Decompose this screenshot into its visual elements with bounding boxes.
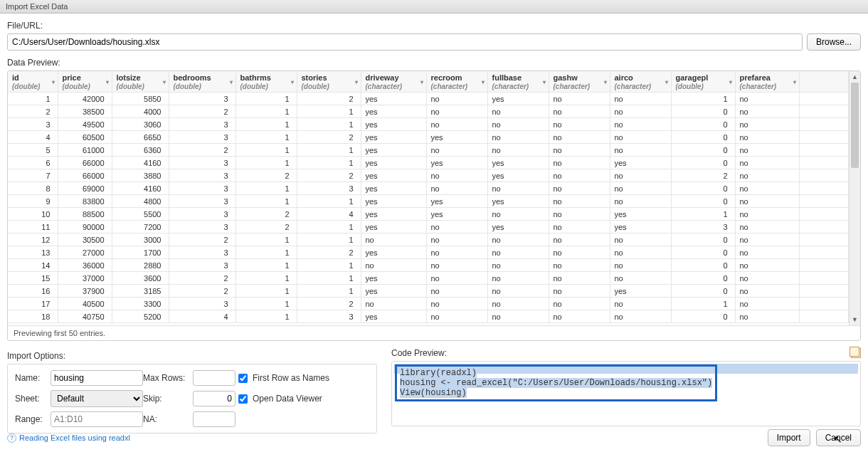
column-header-fullbase[interactable]: fullbase(character)▾ bbox=[487, 71, 549, 93]
import-button[interactable]: Import bbox=[768, 429, 810, 446]
table-cell: 0 bbox=[671, 246, 735, 259]
firstrow-checkbox[interactable] bbox=[238, 374, 248, 383]
scroll-up-arrow[interactable]: ▲ bbox=[850, 71, 860, 83]
table-cell: yes bbox=[361, 182, 426, 195]
table-cell-empty bbox=[799, 221, 849, 233]
table-cell: no bbox=[426, 272, 487, 285]
column-header-recroom[interactable]: recroom(character)▾ bbox=[426, 71, 487, 93]
column-header-bedrooms[interactable]: bedrooms(double)▾ bbox=[169, 71, 235, 93]
table-row[interactable]: 5610006360211yesnononono0no bbox=[8, 144, 849, 157]
table-cell: no bbox=[549, 169, 610, 182]
table-cell-empty bbox=[799, 285, 849, 298]
range-input[interactable] bbox=[51, 411, 143, 427]
chevron-down-icon[interactable]: ▾ bbox=[482, 78, 485, 85]
chevron-down-icon[interactable]: ▾ bbox=[543, 78, 546, 85]
table-row[interactable]: 8690004160313yesnononono0no bbox=[8, 182, 849, 195]
column-header-airco[interactable]: airco(character)▾ bbox=[610, 71, 671, 93]
table-cell-empty bbox=[799, 182, 849, 195]
table-row[interactable]: 13270001700312yesnononono0no bbox=[8, 246, 849, 259]
chevron-down-icon[interactable]: ▾ bbox=[420, 78, 423, 85]
table-cell: 4 bbox=[297, 208, 361, 221]
table-row[interactable]: 18407505200413yesnononono0no bbox=[8, 310, 849, 323]
table-row[interactable]: 10885005500324yesyesnonoyes1no bbox=[8, 208, 849, 221]
scroll-thumb[interactable] bbox=[851, 83, 859, 168]
opendata-checkbox[interactable] bbox=[238, 394, 248, 404]
cancel-button[interactable]: Cancel bbox=[816, 429, 861, 446]
chevron-down-icon[interactable]: ▾ bbox=[52, 78, 55, 85]
column-header-price[interactable]: price(double)▾ bbox=[58, 71, 112, 93]
table-row[interactable]: 11900007200321yesnoyesnoyes3no bbox=[8, 221, 849, 233]
table-cell: no bbox=[487, 105, 549, 118]
chevron-down-icon[interactable]: ▾ bbox=[729, 78, 732, 85]
column-name: recroom bbox=[431, 73, 483, 82]
table-row[interactable]: 3495003060311yesnononono0no bbox=[8, 118, 849, 131]
table-row[interactable]: 1420005850312yesnoyesnono1no bbox=[8, 93, 849, 105]
column-header-gashw[interactable]: gashw(character)▾ bbox=[549, 71, 610, 93]
column-header-driveway[interactable]: driveway(character)▾ bbox=[361, 71, 426, 93]
column-header-id[interactable]: id(double)▾ bbox=[8, 71, 58, 93]
file-url-label: File/URL: bbox=[7, 21, 861, 31]
column-name: fullbase bbox=[492, 73, 544, 82]
table-cell: no bbox=[735, 310, 799, 323]
code-preview-box[interactable]: library(readxl)housing <- read_excel("C:… bbox=[391, 361, 861, 426]
browse-button[interactable]: Browse... bbox=[807, 33, 861, 51]
table-cell-empty bbox=[799, 131, 849, 144]
chevron-down-icon[interactable]: ▾ bbox=[604, 78, 607, 85]
table-row[interactable]: 15370003600211yesnononono0no bbox=[8, 272, 849, 285]
column-type: (character) bbox=[615, 83, 652, 90]
table-row[interactable]: 16379003185211yesnononoyes0no bbox=[8, 285, 849, 298]
na-input[interactable] bbox=[193, 411, 235, 427]
table-cell: 27000 bbox=[58, 246, 112, 259]
chevron-down-icon[interactable]: ▾ bbox=[106, 78, 109, 85]
table-cell: no bbox=[549, 221, 610, 233]
table-row[interactable]: 7660003880322yesnoyesnono2no bbox=[8, 169, 849, 182]
chevron-down-icon[interactable]: ▾ bbox=[291, 78, 294, 85]
column-header-prefarea[interactable]: prefarea(character)▾ bbox=[735, 71, 799, 93]
chevron-down-icon[interactable]: ▾ bbox=[665, 78, 668, 85]
table-cell: no bbox=[549, 246, 610, 259]
vertical-scrollbar[interactable]: ▲ ▼ bbox=[849, 71, 860, 325]
table-row[interactable]: 12305003000211nonononono0no bbox=[8, 233, 849, 246]
scroll-down-arrow[interactable]: ▼ bbox=[850, 314, 860, 325]
chevron-down-icon[interactable]: ▾ bbox=[355, 78, 358, 85]
table-cell: 1 bbox=[671, 208, 735, 221]
table-cell: 1 bbox=[235, 310, 297, 323]
table-row[interactable]: 6660004160311yesyesyesnoyes0no bbox=[8, 157, 849, 169]
table-row[interactable]: 14360002880311nonononono0no bbox=[8, 259, 849, 272]
table-cell: yes bbox=[426, 157, 487, 169]
table-row[interactable]: 17405003300312nonononono1no bbox=[8, 298, 849, 310]
table-cell: 30500 bbox=[58, 233, 112, 246]
column-header-stories[interactable]: stories(double)▾ bbox=[297, 71, 361, 93]
table-cell: 6360 bbox=[112, 144, 169, 157]
table-cell: no bbox=[549, 105, 610, 118]
chevron-down-icon[interactable]: ▾ bbox=[793, 78, 796, 85]
table-cell: 1 bbox=[8, 93, 58, 105]
table-cell: 4000 bbox=[112, 105, 169, 118]
table-row[interactable]: 9838004800311yesyesyesnono0no bbox=[8, 195, 849, 208]
table-row[interactable]: 2385004000211yesnononono0no bbox=[8, 105, 849, 118]
column-type: (character) bbox=[431, 83, 468, 90]
table-cell: 3060 bbox=[112, 118, 169, 131]
table-cell: yes bbox=[361, 246, 426, 259]
chevron-down-icon[interactable]: ▾ bbox=[230, 78, 233, 85]
skip-input[interactable] bbox=[193, 391, 235, 406]
column-header-garagepl[interactable]: garagepl(double)▾ bbox=[671, 71, 735, 93]
table-cell-empty bbox=[799, 272, 849, 285]
copy-icon[interactable] bbox=[851, 348, 861, 358]
table-cell: no bbox=[735, 144, 799, 157]
table-cell: 2 bbox=[297, 169, 361, 182]
column-name: gashw bbox=[554, 73, 605, 82]
column-header-bathrms[interactable]: bathrms(double)▾ bbox=[235, 71, 297, 93]
file-url-input[interactable] bbox=[7, 33, 803, 51]
table-row[interactable]: 4605006650312yesyesnonono0no bbox=[8, 131, 849, 144]
sheet-select[interactable]: Default bbox=[51, 390, 143, 407]
table-cell: no bbox=[610, 105, 671, 118]
table-cell: 88500 bbox=[58, 208, 112, 221]
maxrows-input[interactable] bbox=[193, 370, 235, 386]
table-cell: 1 bbox=[235, 285, 297, 298]
help-link[interactable]: ? Reading Excel files using readxl bbox=[7, 433, 130, 443]
column-header-lotsize[interactable]: lotsize(double)▾ bbox=[112, 71, 169, 93]
name-input[interactable] bbox=[51, 370, 143, 386]
chevron-down-icon[interactable]: ▾ bbox=[163, 78, 166, 85]
table-cell: no bbox=[487, 310, 549, 323]
